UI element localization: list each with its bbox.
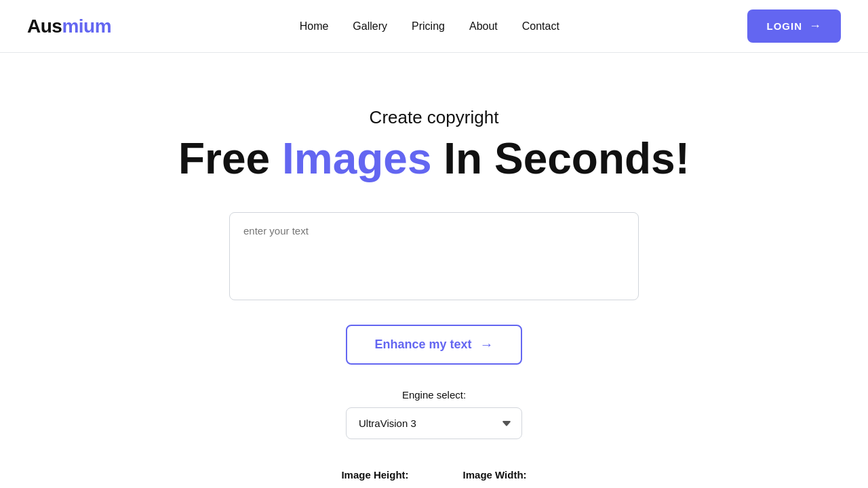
nav-pricing[interactable]: Pricing — [412, 20, 445, 33]
engine-section: Engine select: UltraVision 3 UltraVision… — [346, 389, 522, 439]
logo[interactable]: Ausmium — [27, 16, 111, 37]
engine-label: Engine select: — [402, 389, 466, 401]
text-input[interactable] — [229, 212, 639, 300]
image-height-label: Image Height: — [341, 469, 408, 481]
main-content: Create copyright Free Images In Seconds!… — [0, 53, 868, 488]
logo-prefix: Aus — [27, 16, 62, 37]
enhance-label: Enhance my text — [374, 338, 471, 352]
headline-suffix: In Seconds! — [432, 134, 690, 183]
nav-home[interactable]: Home — [300, 20, 329, 33]
dimensions-section: Image Height: 512 Image Width: 512 — [341, 469, 526, 488]
header: Ausmium Home Gallery Pricing About Conta… — [0, 0, 868, 53]
enhance-arrow-icon: → — [480, 337, 494, 352]
nav: Home Gallery Pricing About Contact — [300, 20, 559, 33]
nav-gallery[interactable]: Gallery — [353, 20, 387, 33]
image-width-value: 512 — [482, 485, 507, 488]
image-width-item: Image Width: 512 — [463, 469, 527, 488]
arrow-icon: → — [809, 19, 822, 33]
nav-about[interactable]: About — [469, 20, 498, 33]
image-width-label: Image Width: — [463, 469, 527, 481]
hero-subtitle: Create copyright — [370, 107, 499, 128]
engine-select[interactable]: UltraVision 3 UltraVision 2 Standard — [346, 407, 522, 439]
headline-highlight: Images — [282, 134, 432, 183]
image-height-value: 512 — [363, 485, 388, 488]
hero-headline: Free Images In Seconds! — [178, 135, 690, 182]
headline-prefix: Free — [178, 134, 282, 183]
logo-highlight: mium — [62, 16, 111, 37]
image-height-item: Image Height: 512 — [341, 469, 408, 488]
nav-contact[interactable]: Contact — [522, 20, 559, 33]
login-button[interactable]: LOGIN → — [747, 9, 841, 43]
enhance-button[interactable]: Enhance my text → — [346, 325, 521, 365]
text-input-wrapper — [229, 212, 639, 303]
login-label: LOGIN — [766, 20, 802, 32]
